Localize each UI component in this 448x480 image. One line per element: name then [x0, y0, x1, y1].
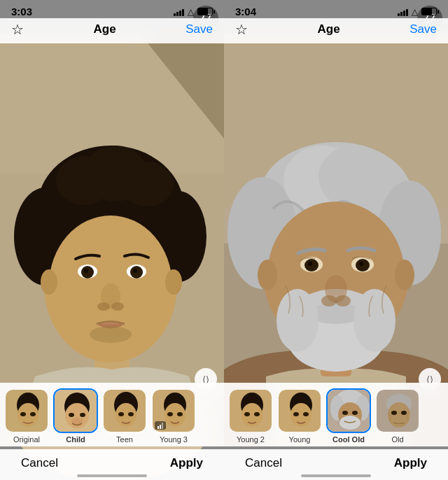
- right-status-icons: △: [398, 7, 437, 17]
- svg-point-30: [20, 412, 26, 416]
- left-favorite-button[interactable]: ☆: [11, 21, 24, 38]
- signal-icon: [157, 422, 164, 429]
- filter-young2-label: Young 2: [237, 435, 265, 444]
- svg-point-65: [276, 289, 318, 352]
- svg-point-81: [244, 412, 250, 416]
- right-nav-bar: ☆ Age Save: [224, 18, 448, 43]
- left-nav-title: Age: [94, 22, 116, 36]
- signal-bars-icon: [174, 8, 184, 16]
- filter-original-thumb: [4, 388, 49, 433]
- filter-original[interactable]: Original: [4, 388, 49, 444]
- svg-point-12: [120, 162, 174, 206]
- filter-young2-thumb: [228, 388, 273, 433]
- right-status-time: 3:04: [235, 6, 256, 17]
- right-apply-button[interactable]: Apply: [394, 456, 427, 470]
- left-apply-button[interactable]: Apply: [170, 456, 203, 470]
- filter-old-label: Old: [391, 435, 403, 444]
- filter-young-thumb: [277, 388, 322, 433]
- right-signal-bar-3: [403, 10, 405, 16]
- svg-point-76: [258, 260, 277, 290]
- filter-young3-thumb: [151, 388, 196, 433]
- svg-point-74: [321, 295, 337, 306]
- svg-rect-49: [160, 425, 161, 429]
- right-filter-items: Young 2 Young: [228, 388, 444, 444]
- svg-point-47: [177, 412, 183, 416]
- svg-point-23: [41, 269, 57, 295]
- filter-old[interactable]: Old: [375, 388, 420, 444]
- right-home-indicator: [301, 474, 371, 477]
- svg-point-25: [90, 326, 132, 343]
- right-battery-icon: [421, 8, 437, 15]
- right-wifi-icon: △: [412, 7, 418, 17]
- filter-teen-thumb: [102, 388, 147, 433]
- signal-bar-2: [176, 12, 178, 16]
- left-cancel-button[interactable]: Cancel: [21, 456, 58, 470]
- right-phone-screen: ⟨⟩ 3:04 △ ☆ Age Save: [224, 0, 448, 480]
- svg-point-100: [401, 411, 407, 415]
- signal-bar-4: [182, 9, 184, 16]
- filter-teen-label: Teen: [116, 435, 133, 444]
- wifi-icon: △: [188, 7, 194, 17]
- left-home-indicator: [77, 474, 147, 477]
- svg-point-22: [111, 302, 124, 311]
- svg-point-82: [254, 412, 260, 416]
- filter-child-thumb: [53, 388, 98, 433]
- svg-point-99: [391, 411, 397, 415]
- signal-bar-1: [174, 13, 176, 16]
- svg-point-93: [342, 411, 348, 415]
- filter-child-thumb-svg: [55, 390, 98, 433]
- left-status-bar: 3:03 △: [0, 0, 224, 20]
- battery-icon: [197, 8, 213, 15]
- svg-point-18: [84, 269, 88, 273]
- right-signal-bars-icon: [398, 8, 408, 16]
- svg-point-66: [354, 289, 396, 352]
- left-nav-bar: ☆ Age Save: [0, 18, 224, 43]
- svg-rect-48: [158, 426, 159, 429]
- filter-young3[interactable]: Young 3: [151, 388, 196, 444]
- svg-point-41: [118, 412, 124, 416]
- battery-fill: [198, 8, 208, 15]
- filter-teen-thumb-svg: [104, 390, 147, 433]
- filter-coolold-thumb-svg: [328, 390, 371, 433]
- filter-young2-thumb-svg: [230, 390, 273, 433]
- svg-point-31: [30, 412, 36, 416]
- signal-bar-3: [179, 10, 181, 16]
- filter-old-thumb-svg: [377, 390, 420, 433]
- right-signal-bar-4: [406, 9, 408, 16]
- svg-point-35: [69, 413, 74, 417]
- filter-young[interactable]: Young: [277, 388, 322, 444]
- left-filter-items: Original Child: [4, 388, 220, 444]
- filter-old-thumb: [375, 388, 420, 433]
- svg-point-60: [318, 146, 388, 209]
- right-cancel-button[interactable]: Cancel: [245, 456, 282, 470]
- filter-young2[interactable]: Young 2: [228, 388, 273, 444]
- svg-point-24: [165, 269, 182, 295]
- svg-point-75: [335, 295, 351, 306]
- right-favorite-button[interactable]: ☆: [235, 21, 248, 38]
- left-status-icons: △: [174, 7, 213, 17]
- svg-point-19: [133, 269, 137, 273]
- filter-child[interactable]: Child: [53, 388, 98, 444]
- svg-point-87: [303, 412, 309, 416]
- svg-point-21: [97, 302, 110, 311]
- left-phone-screen: ⟨⟩ 3:03 △ ☆ Age Save: [0, 0, 224, 480]
- left-status-time: 3:03: [11, 6, 32, 17]
- filter-coolold[interactable]: Cool Old: [326, 388, 371, 444]
- filter-child-label: Child: [66, 435, 85, 444]
- svg-point-36: [80, 413, 85, 417]
- filter-young-thumb-svg: [279, 390, 322, 433]
- svg-rect-50: [162, 423, 163, 429]
- left-save-button[interactable]: Save: [186, 22, 213, 36]
- svg-point-72: [359, 262, 363, 266]
- svg-point-94: [352, 411, 358, 415]
- filter-young3-label: Young 3: [160, 435, 188, 444]
- filter-coolold-label: Cool Old: [332, 435, 365, 444]
- svg-point-77: [395, 260, 414, 290]
- right-status-bar: 3:04 △: [224, 0, 448, 20]
- right-save-button[interactable]: Save: [410, 22, 437, 36]
- filter-teen[interactable]: Teen: [102, 388, 147, 444]
- right-signal-bar-1: [398, 13, 400, 16]
- left-filter-strip: Original Child: [0, 383, 224, 446]
- filter-coolold-thumb: [326, 388, 371, 433]
- young3-badge: [155, 421, 166, 430]
